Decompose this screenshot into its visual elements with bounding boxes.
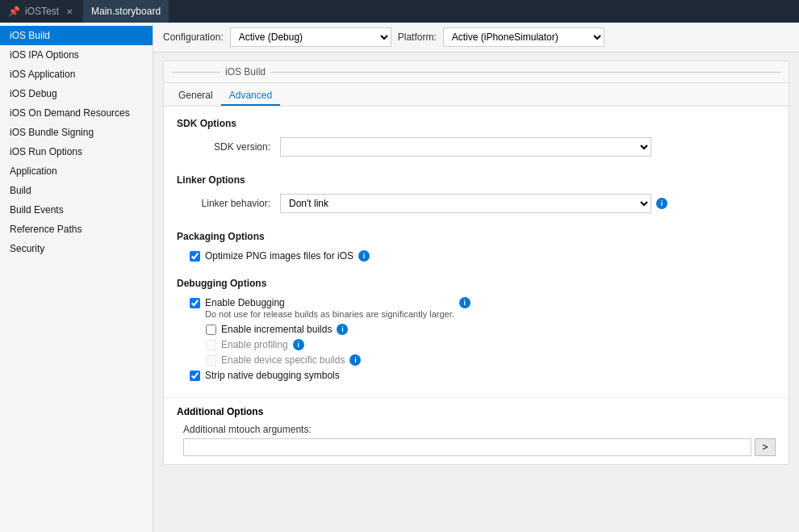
enable-device-specific-label: Enable device specific builds xyxy=(221,354,345,366)
tab-advanced[interactable]: Advanced xyxy=(221,86,280,106)
ios-build-section: iOS Build General Advanced SDK Options S… xyxy=(163,61,789,465)
tab-main-storyboard[interactable]: Main.storyboard xyxy=(83,0,169,23)
mtouch-args-input[interactable] xyxy=(183,438,751,456)
sidebar-item-build-events[interactable]: Build Events xyxy=(0,200,153,220)
sidebar-item-reference-paths[interactable]: Reference Paths xyxy=(0,220,153,239)
additional-options-section: Additional Options Additional mtouch arg… xyxy=(164,397,789,464)
enable-incremental-builds-checkbox[interactable] xyxy=(206,325,216,335)
enable-debugging-info-icon[interactable]: i xyxy=(459,297,471,308)
optimize-png-info-icon[interactable]: i xyxy=(358,250,370,262)
sidebar-item-ios-run-options[interactable]: iOS Run Options xyxy=(0,142,153,161)
sidebar-item-ios-application[interactable]: iOS Application xyxy=(0,65,153,84)
linker-behavior-label: Linker behavior: xyxy=(183,198,280,209)
linker-behavior-select[interactable]: Don't link Link SDK assemblies only Link… xyxy=(280,194,651,213)
panel: iOS Build General Advanced SDK Options S… xyxy=(153,52,799,532)
linker-options-title: Linker Options xyxy=(177,174,776,186)
sidebar-item-security[interactable]: Security xyxy=(0,239,153,258)
sidebar-item-build[interactable]: Build xyxy=(0,181,153,200)
device-specific-info-icon[interactable]: i xyxy=(349,354,361,366)
tab-pin-icon: 📌 xyxy=(8,6,20,17)
configuration-label: Configuration: xyxy=(163,31,224,43)
enable-profiling-label: Enable profiling xyxy=(221,339,288,350)
packaging-options-title: Packaging Options xyxy=(177,231,776,242)
mtouch-args-label: Additional mtouch arguments: xyxy=(177,424,776,435)
sdk-options-title: SDK Options xyxy=(177,118,776,129)
tab-general[interactable]: General xyxy=(170,86,221,106)
sidebar: iOS Build iOS IPA Options iOS Applicatio… xyxy=(0,23,153,532)
tab-iostest-label: iOSTest xyxy=(25,6,59,17)
tab-iOSTest[interactable]: 📌 iOSTest ✕ xyxy=(0,0,83,23)
sdk-version-select[interactable] xyxy=(280,137,651,157)
enable-profiling-checkbox[interactable] xyxy=(206,340,216,350)
strip-native-symbols-label: Strip native debugging symbols xyxy=(205,370,340,381)
options-panel: SDK Options SDK version: Linker Options … xyxy=(164,107,789,397)
enable-device-specific-row: Enable device specific builds i xyxy=(177,354,776,366)
sidebar-item-ios-bundle-signing[interactable]: iOS Bundle Signing xyxy=(0,123,153,142)
linker-behavior-row: Linker behavior: Don't link Link SDK ass… xyxy=(177,194,776,213)
sidebar-item-ios-build[interactable]: iOS Build xyxy=(0,26,153,45)
strip-native-symbols-checkbox[interactable] xyxy=(190,371,200,381)
sdk-version-row: SDK version: xyxy=(177,137,776,157)
incremental-builds-info-icon[interactable]: i xyxy=(337,324,348,335)
tab-iostest-close[interactable]: ✕ xyxy=(64,6,75,17)
sidebar-item-application[interactable]: Application xyxy=(0,161,153,181)
mtouch-args-row: > xyxy=(177,438,776,456)
main-layout: iOS Build iOS IPA Options iOS Applicatio… xyxy=(0,23,799,532)
ios-build-section-label: iOS Build xyxy=(225,66,266,77)
sidebar-item-ios-on-demand[interactable]: iOS On Demand Resources xyxy=(0,103,153,123)
sidebar-item-ios-ipa-options[interactable]: iOS IPA Options xyxy=(0,45,153,65)
platform-label: Platform: xyxy=(398,31,437,43)
enable-debugging-sublabel: Do not use for release builds as binarie… xyxy=(205,309,454,319)
enable-debugging-label: Enable Debugging Do not use for release … xyxy=(205,297,454,319)
enable-device-specific-checkbox[interactable] xyxy=(206,355,216,366)
optimize-png-checkbox[interactable] xyxy=(190,251,200,262)
sidebar-item-ios-debug[interactable]: iOS Debug xyxy=(0,84,153,103)
strip-native-symbols-row: Strip native debugging symbols xyxy=(177,370,776,381)
enable-incremental-builds-label: Enable incremental builds xyxy=(221,324,332,335)
configuration-select[interactable]: Active (Debug) xyxy=(230,27,391,47)
enable-debugging-checkbox[interactable] xyxy=(190,298,200,308)
enable-profiling-row: Enable profiling i xyxy=(177,339,776,350)
enable-debugging-row: Enable Debugging Do not use for release … xyxy=(177,297,776,319)
sdk-version-label: SDK version: xyxy=(183,141,280,153)
platform-select[interactable]: Active (iPhoneSimulator) xyxy=(443,27,604,47)
content-area: Configuration: Active (Debug) Platform: … xyxy=(153,23,799,532)
config-bar: Configuration: Active (Debug) Platform: … xyxy=(153,23,799,52)
debugging-options-title: Debugging Options xyxy=(177,278,776,289)
enable-incremental-builds-row: Enable incremental builds i xyxy=(177,324,776,335)
ios-build-tabs: General Advanced xyxy=(164,83,789,107)
enable-profiling-info-icon[interactable]: i xyxy=(293,339,304,350)
tab-storyboard-label: Main.storyboard xyxy=(91,6,161,17)
linker-behavior-info-icon[interactable]: i xyxy=(656,198,667,209)
mtouch-args-arrow-button[interactable]: > xyxy=(755,438,776,456)
title-bar: 📌 iOSTest ✕ Main.storyboard xyxy=(0,0,799,23)
optimize-png-row: Optimize PNG images files for iOS i xyxy=(177,250,776,262)
optimize-png-label: Optimize PNG images files for iOS xyxy=(205,250,353,262)
additional-options-title: Additional Options xyxy=(177,406,776,417)
ios-build-title: iOS Build xyxy=(164,61,789,83)
